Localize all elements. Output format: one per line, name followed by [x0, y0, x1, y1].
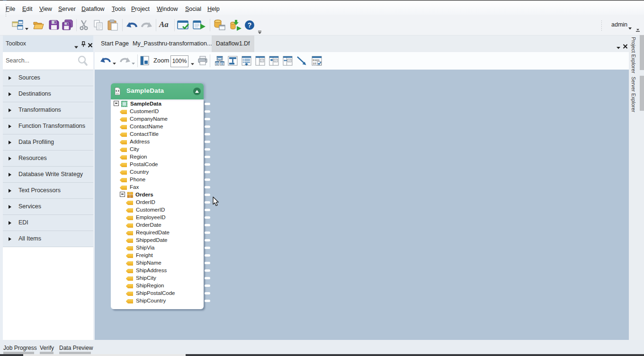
svg-text:?: ? [248, 21, 252, 29]
svg-text:10: 10 [313, 62, 316, 65]
